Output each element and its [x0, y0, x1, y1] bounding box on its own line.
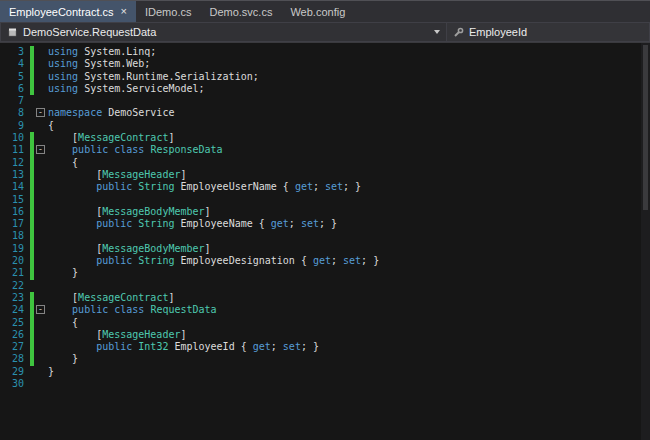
- fold-margin: [34, 329, 48, 341]
- line-number: 20: [0, 255, 27, 267]
- tab-label: Demo.svc.cs: [209, 6, 272, 18]
- fold-margin: -: [34, 107, 48, 119]
- code-text: [48, 378, 650, 390]
- code-line-3: 3using System.Linq;: [0, 46, 650, 58]
- line-number: 17: [0, 218, 27, 230]
- line-number: 3: [0, 46, 27, 58]
- fold-margin: [34, 378, 48, 390]
- code-text: public String EmployeeUserName { get; se…: [48, 181, 650, 193]
- fold-margin: [34, 83, 48, 95]
- fold-margin: -: [34, 144, 48, 156]
- code-text: {: [48, 317, 650, 329]
- tab-employeecontract-cs[interactable]: EmployeeContract.cs×: [0, 1, 136, 22]
- line-number: 29: [0, 366, 27, 378]
- fold-margin: [34, 255, 48, 267]
- vs-editor-window: EmployeeContract.cs×IDemo.csDemo.svc.csW…: [0, 0, 650, 440]
- code-text: using System.ServiceModel;: [48, 83, 650, 95]
- code-text: }: [48, 366, 650, 378]
- code-line-25: 25 {: [0, 317, 650, 329]
- code-line-5: 5using System.Runtime.Serialization;: [0, 71, 650, 83]
- code-line-4: 4using System.Web;: [0, 58, 650, 70]
- fold-margin: [34, 95, 48, 107]
- fold-collapse-icon[interactable]: -: [36, 305, 45, 314]
- close-icon[interactable]: ×: [121, 6, 127, 17]
- tab-idemo-cs[interactable]: IDemo.cs: [136, 1, 200, 22]
- code-lines: 3using System.Linq;4using System.Web;5us…: [0, 46, 650, 390]
- fold-margin: [34, 267, 48, 279]
- code-text: [48, 95, 650, 107]
- line-number: 11: [0, 144, 27, 156]
- code-text: [MessageHeader]: [48, 329, 650, 341]
- code-line-6: 6using System.ServiceModel;: [0, 83, 650, 95]
- fold-collapse-icon[interactable]: -: [36, 145, 45, 154]
- tab-bar: EmployeeContract.cs×IDemo.csDemo.svc.csW…: [0, 0, 650, 22]
- code-line-12: 12 {: [0, 157, 650, 169]
- tab-demo-svc-cs[interactable]: Demo.svc.cs: [200, 1, 281, 22]
- code-text: public Int32 EmployeeId { get; set; }: [48, 341, 650, 353]
- code-line-13: 13 [MessageHeader]: [0, 169, 650, 181]
- member-dropdown-label: EmployeeId: [469, 26, 527, 38]
- line-number: 8: [0, 107, 27, 119]
- code-text: public String EmployeeName { get; set; }: [48, 218, 650, 230]
- fold-collapse-icon[interactable]: -: [36, 108, 45, 117]
- line-number: 6: [0, 83, 27, 95]
- navigation-bar: DemoService.RequestData EmployeeId: [0, 22, 650, 43]
- member-dropdown[interactable]: EmployeeId: [447, 22, 650, 42]
- line-number: 18: [0, 230, 27, 242]
- code-line-19: 19 [MessageBodyMember]: [0, 243, 650, 255]
- code-text: namespace DemoService: [48, 107, 650, 119]
- fold-margin: [34, 71, 48, 83]
- code-line-15: 15: [0, 194, 650, 206]
- code-editor[interactable]: 3using System.Linq;4using System.Web;5us…: [0, 43, 650, 440]
- code-text: [MessageContract]: [48, 292, 650, 304]
- line-number: 21: [0, 267, 27, 279]
- type-dropdown-label: DemoService.RequestData: [23, 26, 156, 38]
- code-text: [48, 230, 650, 242]
- line-number: 12: [0, 157, 27, 169]
- line-number: 27: [0, 341, 27, 353]
- code-text: }: [48, 267, 650, 279]
- type-dropdown[interactable]: DemoService.RequestData: [0, 22, 447, 42]
- code-line-11: 11- public class ResponseData: [0, 144, 650, 156]
- line-number: 10: [0, 132, 27, 144]
- code-text: }: [48, 353, 650, 365]
- fold-margin: [34, 341, 48, 353]
- line-number: 30: [0, 378, 27, 390]
- fold-margin: [34, 230, 48, 242]
- code-line-24: 24- public class RequestData: [0, 304, 650, 316]
- line-number: 5: [0, 71, 27, 83]
- class-icon: [7, 27, 18, 38]
- tab-label: IDemo.cs: [145, 6, 191, 18]
- line-number: 16: [0, 206, 27, 218]
- line-number: 22: [0, 280, 27, 292]
- fold-margin: [34, 132, 48, 144]
- tab-label: EmployeeContract.cs: [9, 6, 114, 18]
- tab-web-config[interactable]: Web.config: [281, 1, 354, 22]
- vertical-scrollbar[interactable]: [641, 43, 650, 440]
- fold-margin: [34, 243, 48, 255]
- code-line-17: 17 public String EmployeeName { get; set…: [0, 218, 650, 230]
- code-line-30: 30: [0, 378, 650, 390]
- scrollbar-thumb[interactable]: [643, 45, 648, 210]
- fold-margin: [34, 194, 48, 206]
- fold-margin: [34, 206, 48, 218]
- fold-margin: [34, 280, 48, 292]
- line-number: 23: [0, 292, 27, 304]
- fold-margin: [34, 181, 48, 193]
- code-text: using System.Linq;: [48, 46, 650, 58]
- fold-margin: [34, 169, 48, 181]
- code-line-23: 23 [MessageContract]: [0, 292, 650, 304]
- chevron-down-icon[interactable]: [434, 30, 440, 34]
- line-number: 19: [0, 243, 27, 255]
- code-text: {: [48, 120, 650, 132]
- fold-margin: [34, 157, 48, 169]
- code-text: [MessageHeader]: [48, 169, 650, 181]
- line-number: 25: [0, 317, 27, 329]
- fold-margin: [34, 292, 48, 304]
- code-line-20: 20 public String EmployeeDesignation { g…: [0, 255, 650, 267]
- fold-margin: [34, 317, 48, 329]
- line-number: 4: [0, 58, 27, 70]
- code-line-14: 14 public String EmployeeUserName { get;…: [0, 181, 650, 193]
- tab-label: Web.config: [290, 6, 345, 18]
- code-line-28: 28 }: [0, 353, 650, 365]
